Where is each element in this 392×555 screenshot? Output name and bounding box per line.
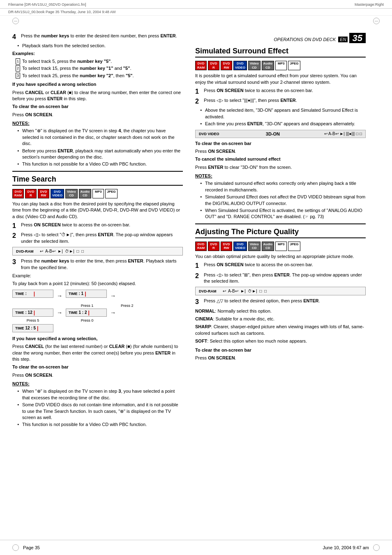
press-label-0: Press 0 <box>67 318 108 322</box>
note-2: Before you press ENTER, playback may sta… <box>17 148 183 161</box>
sim-step-2-number: 2 <box>195 97 203 105</box>
filename-label: Filename [DR-MV1SUJ_05DVD Operation1.fm] <box>8 2 86 7</box>
corner-mark-top-left <box>12 18 19 24</box>
en-label: EN <box>338 37 348 42</box>
dvd-video-display-label: DVD VIDEO <box>199 132 221 136</box>
note-3: This function is not possible for a Vide… <box>17 161 183 167</box>
badge-dvd-video: DVDVIDEO <box>51 189 64 198</box>
ts-step-2-content: Press ◁▷ to select "⏱►|", then press ENT… <box>21 232 183 244</box>
time-label-1: TIME <box>15 292 24 296</box>
footer-page-number: Page 35 <box>23 545 40 550</box>
page-number: 35 <box>349 33 366 43</box>
press-labels-row2: Press 5 Press 0 <box>12 318 183 322</box>
page-header: Filename [DR-MV1SUJ_05DVD Operation1.fm]… <box>0 0 392 9</box>
adj-normal: NORMAL: Normally select this option. <box>195 308 366 314</box>
sim-badge-dvd-rw: DVDRW <box>221 61 232 70</box>
simulated-intro: It is possible to get a simulated surrou… <box>195 73 366 85</box>
sim-badge-dvd-video: DVDVIDEO <box>233 61 247 70</box>
page-container: Filename [DR-MV1SUJ_05DVD Operation1.fm]… <box>0 0 392 555</box>
content-area: 4 Press the number keys to enter the des… <box>0 28 392 434</box>
adj-dvd-display-label: DVD-RAM <box>199 289 219 293</box>
time-label-2b: TIME <box>69 311 78 315</box>
note-1: When "⊗" is displayed on the TV screen i… <box>17 128 183 147</box>
sim-badge-dvd-r: DVDR <box>208 61 219 70</box>
adj-badge-dvd-video: DVDVIDEO <box>233 242 247 251</box>
step4-bullets: Playback starts from the selected sectio… <box>17 43 183 49</box>
clear2-text: Press ON SCREEN. <box>12 372 183 378</box>
footer-right: June 10, 2004 9:47 am <box>323 544 380 551</box>
footer-left: Page 35 <box>12 544 40 551</box>
simulated-title: Simulated Surround Effect <box>195 47 366 58</box>
example-2: 2 To select track 15, press the number k… <box>16 65 183 71</box>
time-value-1: : <box>25 291 32 296</box>
adj-cinema: CINEMA: Suitable for a movie disc, etc. <box>195 316 366 322</box>
adj-dvd-display-icons: ↩ A-B↩ ►| ⏱►| □ □ <box>223 289 267 293</box>
time-value-final: 12 : 5 <box>25 326 36 330</box>
adj-badge-video-cd: VideoCD <box>248 242 261 251</box>
step-4: 4 Press the number keys to enter the des… <box>12 33 183 41</box>
clear-heading: To clear the on-screen bar <box>12 104 183 110</box>
badge-dvd-rw: DVDRW <box>38 189 49 198</box>
adj-clear-heading: To clear the on-screen bar <box>195 347 366 353</box>
masterpage-label: Masterpage:Right <box>355 2 384 7</box>
dvd-video-display: DVD VIDEO 3D-ON ↩ A-B↩ ►| |||●||| □ □ <box>195 130 366 138</box>
badge-mp3: MP3 <box>92 189 104 198</box>
sim-badge-mp3: MP3 <box>275 61 287 70</box>
step4-bullet1: Playback starts from the selected sectio… <box>17 43 183 49</box>
arrow-1b: → <box>110 292 116 299</box>
adj-step-1-content: Press ON SCREEN twice to access the on-s… <box>204 262 366 268</box>
step-4-number: 4 <box>12 33 20 41</box>
example-3: 3 To select track 25, press the number k… <box>16 73 183 79</box>
adj-badge-mp3: MP3 <box>275 242 287 251</box>
time-row-1: TIME : | → TIME : 1 | <box>12 290 183 302</box>
wrong-selection2-heading: If you have specified a wrong selection, <box>12 336 183 342</box>
press-label-press1: Press 1 <box>67 304 108 308</box>
adj-badge-dvd-r: DVDR <box>208 242 219 251</box>
adj-dvd-ram-display: DVD-RAM ↩ A-B↩ ►| ⏱►| □ □ <box>195 287 366 295</box>
time-row-2: TIME : 12 | → TIME 1 : 2 | → <box>12 309 183 317</box>
sim-badge-jpeg: JPEG <box>288 61 300 70</box>
sim-note-3: When Simulated Surround Effect is activa… <box>200 207 366 220</box>
time-box-1b: TIME : 1 | <box>66 290 107 302</box>
time-value-1b: : 1 <box>79 291 84 296</box>
ts-step-1-number: 1 <box>12 222 20 230</box>
sim-bullet-2: Each time you press ENTER, "3D-ON" appea… <box>200 121 366 127</box>
cursor-final: | <box>37 325 38 331</box>
time-box-2a: TIME : 12 | <box>12 309 53 317</box>
press-2-label <box>66 298 107 302</box>
ts-step-1-content: Press ON SCREEN twice to access the on-s… <box>21 222 183 228</box>
notes-heading: NOTES: <box>12 120 183 127</box>
ts-example-text: To play back from a point 12 (minutes): … <box>12 281 183 287</box>
sim-step-1-content: Press ON SCREEN twice to access the on-s… <box>204 88 366 94</box>
time-value-2: : 12 <box>25 310 32 315</box>
ts-step-3-content: Press the number keys to enter the time,… <box>21 258 183 271</box>
clear2-heading: To clear the on-screen bar <box>12 364 183 370</box>
adj-step-3-content: Press △▽ to select the desired option, t… <box>204 298 366 304</box>
cursor-1b: | <box>85 291 86 297</box>
ts-step-3: 3 Press the number keys to enter the tim… <box>12 258 183 271</box>
time-label-1b: TIME <box>69 292 78 296</box>
examples-list: 1 To select track 5, press the number ke… <box>16 58 183 79</box>
adj-badge-dvd-ram: DVDRAM <box>195 242 207 251</box>
time-search-intro: You can play back a disc from the desire… <box>12 201 183 220</box>
ts-step-1: 1 Press ON SCREEN twice to access the on… <box>12 222 183 230</box>
ops-header: OPERATIONS ON DVD DECK EN 35 <box>195 33 366 44</box>
badge-jpeg: JPEG <box>105 189 117 198</box>
badge-audio-cd: AudioCD <box>79 189 92 198</box>
dvd-video-3d-on: 3D-ON <box>225 131 321 136</box>
sim-badge-video-cd: VideoCD <box>248 61 261 70</box>
cursor-1: | <box>34 291 35 297</box>
sim-notes-heading: NOTES: <box>195 173 366 179</box>
wrong-selection2-text: Press CANCEL (for the last entered numbe… <box>12 343 183 362</box>
adj-step-2-number: 2 <box>195 272 203 280</box>
corner-mark-bottom-right <box>373 544 380 551</box>
adj-badge-jpeg: JPEG <box>288 242 300 251</box>
book-ref-label: DR-MV1SUJ_00.book Page 35 Thursday, June… <box>8 10 115 14</box>
dvd-video-display-wrapper: DVD VIDEO 3D-ON ↩ A-B↩ ►| |||●||| □ □ <box>195 130 366 138</box>
adj-clear-text: Press ON SCREEN. <box>195 355 366 361</box>
time-value-2b: 1 : 2 <box>79 310 87 315</box>
press-label-1 <box>12 304 53 308</box>
simulated-badges: DVDRAM DVDR DVDRW DVDVIDEO VideoCD Audio… <box>195 61 366 70</box>
corner-mark-bottom-left <box>12 544 19 551</box>
cursor-2b: | <box>88 310 90 315</box>
